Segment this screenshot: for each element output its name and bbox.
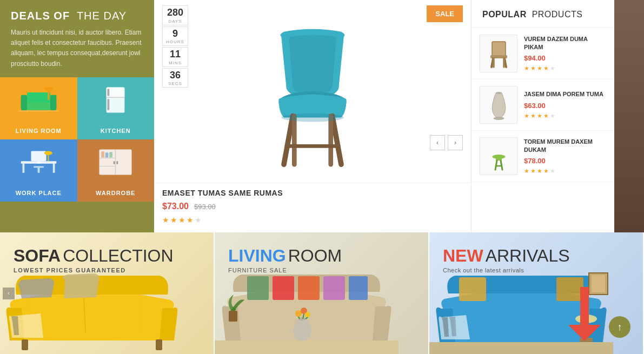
sofa-image-area: [0, 265, 214, 354]
popular-name-3: TOREM MUREM DAXEM DUKAM: [524, 138, 606, 155]
svg-rect-51: [22, 339, 28, 350]
p3-star-2: ★: [530, 168, 536, 175]
deals-description: Mauris ut tincidunt nisi, id auctor libe…: [0, 28, 154, 77]
category-living-room[interactable]: LIVING ROOM: [0, 77, 77, 139]
svg-rect-52: [156, 339, 162, 350]
product-name: EMASET TUMAS SAME RUMAS: [162, 189, 463, 197]
p1-star-2: ★: [530, 65, 536, 72]
star-4: ★: [187, 216, 194, 224]
popular-details-1: VUREM DAZEM DUMA PIKAM $94.00 ★ ★ ★ ★ ★: [517, 35, 606, 72]
p1-star-3: ★: [537, 65, 542, 72]
p2-star-3: ★: [537, 112, 542, 119]
right-popular: POPULAR PRODUCTS VUREM DAZEM DUMA PIKAM …: [471, 0, 614, 232]
svg-point-46: [492, 155, 505, 159]
svg-rect-67: [459, 277, 486, 301]
banner-new-title2: ARRIVALS: [486, 246, 570, 266]
banner-sofa[interactable]: SOFA COLLECTION LOWEST PRICES GUARANTEED: [0, 232, 215, 354]
next-button[interactable]: ›: [448, 135, 463, 150]
left-sidebar: DEALS OF THE DAY Mauris ut tincidunt nis…: [0, 0, 154, 232]
product-3-image: [484, 142, 514, 171]
banner-living-subtitle: FURNITURE SALE: [228, 267, 342, 273]
svg-point-43: [496, 92, 502, 94]
banner-row: ‹ SOFA COLLECTION LOWEST PRICES GUARANTE…: [0, 232, 644, 354]
banner-living[interactable]: LIVING ROOM FURNITURE SALE: [215, 232, 429, 354]
svg-rect-16: [37, 161, 40, 164]
living-room-icon: [17, 83, 60, 118]
svg-rect-3: [27, 92, 50, 103]
svg-line-32: [333, 116, 341, 165]
yellow-sofa-svg: [0, 265, 184, 354]
popular-thumb-1: [480, 35, 517, 72]
banner-living-title2: ROOM: [288, 246, 342, 266]
svg-point-36: [281, 113, 344, 122]
svg-rect-14: [53, 164, 55, 173]
living-sofa-svg: [215, 268, 399, 354]
scroll-up-area: ↑: [609, 316, 630, 338]
svg-rect-13: [22, 164, 24, 173]
sale-badge: SALE: [427, 5, 463, 22]
svg-point-59: [298, 317, 306, 320]
svg-rect-37: [492, 42, 506, 57]
price-current: $73.00: [162, 202, 189, 211]
p3-star-4: ★: [543, 168, 549, 175]
scroll-up-button[interactable]: ↑: [609, 316, 630, 338]
svg-rect-55: [298, 276, 320, 300]
deals-light: THE DAY: [77, 10, 127, 22]
svg-point-18: [44, 151, 52, 156]
popular-details-3: TOREM MUREM DAXEM DUKAM $78.00 ★ ★ ★ ★ ★: [517, 138, 606, 175]
banner-living-text: LIVING ROOM FURNITURE SALE: [228, 246, 342, 273]
new-image-area: [429, 268, 643, 354]
left-scroll[interactable]: ‹: [3, 288, 15, 299]
svg-rect-53: [247, 276, 269, 300]
svg-rect-54: [273, 276, 294, 300]
svg-point-44: [493, 117, 504, 120]
svg-rect-56: [323, 276, 345, 300]
deals-bold: DEALS OF: [11, 10, 70, 22]
work-place-icon: [17, 145, 60, 180]
banner-sofa-title1: SOFA: [14, 246, 61, 266]
living-room-label: LIVING ROOM: [16, 128, 62, 134]
svg-line-48: [501, 161, 502, 170]
work-place-label: WORK PLACE: [16, 190, 62, 196]
banner-living-title1: LIVING: [228, 246, 286, 266]
popular-thumb-2: [480, 86, 517, 124]
svg-rect-19: [34, 166, 44, 168]
product-nav: ‹ ›: [430, 135, 463, 150]
price-original: $93.00: [194, 203, 216, 211]
popular-bold: POPULAR: [482, 10, 527, 19]
red-down-arrow: [568, 287, 601, 343]
banner-sofa-title2: COLLECTION: [63, 246, 173, 266]
popular-rating-3: ★ ★ ★ ★ ★: [524, 168, 606, 175]
svg-rect-73: [429, 342, 613, 354]
popular-price-1: $94.00: [524, 54, 606, 62]
banner-new-text: NEW ARRIVALS Check out the latest arriva…: [443, 246, 570, 273]
svg-marker-77: [568, 325, 601, 341]
scroll-left-button[interactable]: ‹: [3, 288, 15, 299]
svg-rect-26: [117, 161, 118, 164]
svg-rect-66: [229, 311, 237, 322]
banner-sofa-subtitle: LOWEST PRICES GUARANTEED: [14, 267, 174, 273]
banner-new-title1: NEW: [443, 246, 483, 266]
popular-name-1: VUREM DAZEM DUMA PIKAM: [524, 35, 606, 52]
days-value: 280: [166, 7, 184, 19]
svg-rect-28: [105, 152, 109, 157]
p1-star-1: ★: [524, 65, 529, 72]
p1-star-5: ★: [550, 65, 555, 72]
prev-button[interactable]: ‹: [430, 135, 445, 150]
chair-image: [253, 26, 372, 167]
popular-item-2[interactable]: JASEM DIMA POREM TUMA $63.00 ★ ★ ★ ★ ★: [472, 79, 614, 131]
popular-item-1[interactable]: VUREM DAZEM DUMA PIKAM $94.00 ★ ★ ★ ★ ★: [472, 28, 614, 79]
popular-rating-1: ★ ★ ★ ★ ★: [524, 65, 606, 72]
banner-sofa-text: SOFA COLLECTION LOWEST PRICES GUARANTEED: [14, 246, 174, 273]
category-kitchen[interactable]: KITCHEN: [77, 77, 155, 139]
popular-item-3[interactable]: TOREM MUREM DAXEM DUKAM $78.00 ★ ★ ★ ★ ★: [472, 131, 614, 182]
category-wardrobe[interactable]: WARDROBE: [77, 139, 155, 202]
p2-star-5: ★: [550, 112, 555, 119]
secs-value: 36: [166, 70, 184, 82]
category-work-place[interactable]: WORK PLACE: [0, 139, 77, 202]
product-rating: ★ ★ ★ ★ ★: [162, 216, 463, 224]
star-2: ★: [170, 216, 177, 224]
living-image-area: [215, 270, 428, 354]
p2-star-1: ★: [524, 112, 529, 119]
kitchen-icon: [94, 83, 137, 118]
